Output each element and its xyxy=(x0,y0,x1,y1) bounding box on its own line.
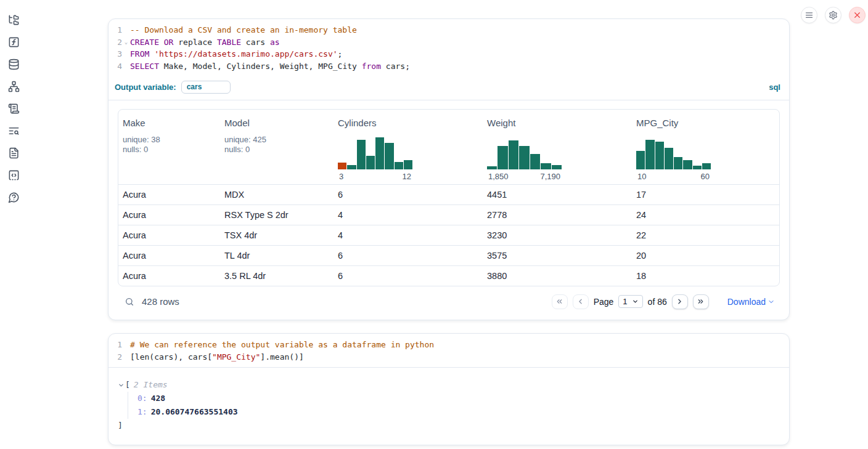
download-button[interactable]: Download xyxy=(727,297,775,307)
column-header-model[interactable]: Model unique: 425 nulls: 0 xyxy=(220,118,334,181)
line-number: 1 xyxy=(111,339,122,351)
table-footer: 428 rows Page 1 of 86 xyxy=(118,286,780,320)
python-code-editor[interactable]: 1# We can reference the output variable … xyxy=(108,334,789,368)
histogram-bar xyxy=(702,163,711,169)
file-tree-icon[interactable] xyxy=(8,14,20,26)
line-number: 2 xyxy=(111,351,122,363)
network-icon[interactable] xyxy=(8,81,20,92)
cell-model: TL 4dr xyxy=(220,251,334,261)
column-header-cylinders[interactable]: Cylinders 3 12 xyxy=(334,118,483,181)
code-line[interactable]: 3FROM 'https://datasets.marimo.app/cars.… xyxy=(111,48,782,60)
histogram-bar xyxy=(404,160,412,169)
close-bracket: ] xyxy=(118,419,780,432)
cell-model: RSX Type S 2dr xyxy=(220,210,334,220)
column-header-mpg-city[interactable]: MPG_City 10 60 xyxy=(632,118,779,181)
python-cell: 1# We can reference the output variable … xyxy=(108,333,790,445)
column-header-make[interactable]: Make unique: 38 nulls: 0 xyxy=(118,118,220,181)
code-text: [len(cars), cars["MPG_City"].mean()] xyxy=(130,351,782,363)
mpg-city-histogram-labels: 10 60 xyxy=(636,172,711,181)
snippets-icon[interactable] xyxy=(8,169,20,181)
histogram-bar xyxy=(693,166,702,169)
search-text-icon[interactable] xyxy=(8,125,20,137)
cell-mpg-city: 17 xyxy=(632,190,779,200)
settings-button[interactable] xyxy=(825,7,841,23)
histogram-bar xyxy=(552,165,562,169)
scroll-icon[interactable] xyxy=(8,103,20,115)
close-button[interactable] xyxy=(849,7,866,23)
download-label: Download xyxy=(727,297,766,307)
cell-mpg-city: 24 xyxy=(632,210,779,220)
language-badge[interactable]: sql xyxy=(769,83,780,92)
page-select[interactable]: 1 xyxy=(618,295,642,308)
entry-value: 428 xyxy=(151,394,165,403)
histogram-bar xyxy=(375,137,384,169)
sql-code-editor[interactable]: 1-- Download a CSV and create an in-memo… xyxy=(108,19,789,77)
previous-page-button[interactable] xyxy=(573,294,589,309)
fold-spacer xyxy=(122,24,130,36)
table-row[interactable]: Acura MDX 6 4451 17 xyxy=(118,184,779,204)
document-icon[interactable] xyxy=(8,147,20,159)
chevron-right-icon xyxy=(676,297,684,305)
function-icon[interactable] xyxy=(8,36,20,48)
weight-histogram-labels: 1,850 7,190 xyxy=(487,172,562,181)
weight-histogram xyxy=(487,135,562,169)
column-header-weight[interactable]: Weight 1,850 7,190 xyxy=(483,118,632,181)
cell-mpg-city: 22 xyxy=(632,230,779,240)
output-variable-input[interactable] xyxy=(181,81,231,94)
table-row[interactable]: Acura TSX 4dr 4 3230 22 xyxy=(118,225,779,245)
menu-button[interactable] xyxy=(801,7,817,23)
output-variable-row: Output variable: sql xyxy=(108,77,789,100)
fold-spacer xyxy=(122,339,130,351)
code-line[interactable]: 2⌄CREATE OR replace TABLE cars as xyxy=(111,36,782,49)
close-icon xyxy=(853,10,862,20)
cell-cylinders: 4 xyxy=(334,210,483,220)
histogram-bar xyxy=(497,146,507,169)
code-line[interactable]: 1-- Download a CSV and create an in-memo… xyxy=(111,24,782,36)
histogram-bar xyxy=(395,162,403,169)
histogram-bar xyxy=(347,165,356,169)
cell-model: MDX xyxy=(220,190,334,200)
tree-entries: 0:428 1:20.060747663551403 xyxy=(128,392,780,419)
page-total-label: of 86 xyxy=(648,297,667,307)
tree-entry: 1:20.060747663551403 xyxy=(137,405,780,419)
table-row[interactable]: Acura RSX Type S 2dr 4 2778 24 xyxy=(118,204,779,225)
chevrons-right-icon xyxy=(697,297,705,305)
table-row[interactable]: Acura 3.5 RL 4dr 6 3880 18 xyxy=(118,265,779,286)
next-page-button[interactable] xyxy=(672,294,688,309)
hist-max-label: 7,190 xyxy=(540,172,560,181)
fold-spacer xyxy=(122,60,130,73)
histogram-bar xyxy=(366,156,375,169)
search-icon xyxy=(125,297,134,307)
entry-value: 20.060747663551403 xyxy=(151,407,238,416)
first-page-button[interactable] xyxy=(552,294,568,309)
cell-mpg-city: 20 xyxy=(632,251,779,261)
tree-entry: 0:428 xyxy=(137,392,780,405)
search-button[interactable] xyxy=(123,295,136,309)
cell-weight: 4451 xyxy=(483,190,632,200)
line-number: 3 xyxy=(111,48,122,60)
last-page-button[interactable] xyxy=(693,294,709,309)
collapse-chevron-icon[interactable] xyxy=(118,382,125,389)
histogram-bar xyxy=(338,163,346,169)
table-row[interactable]: Acura TL 4dr 6 3575 20 xyxy=(118,245,779,265)
histogram-bar xyxy=(655,142,664,169)
open-bracket: [ xyxy=(125,378,130,392)
fold-chevron-icon[interactable]: ⌄ xyxy=(122,36,130,49)
chevron-left-icon xyxy=(576,297,584,305)
code-text: # We can reference the output variable a… xyxy=(130,339,782,351)
hist-max-label: 60 xyxy=(701,172,710,181)
mpg-city-histogram xyxy=(636,135,711,169)
code-text: -- Download a CSV and create an in-memor… xyxy=(130,24,782,36)
line-number: 1 xyxy=(111,24,122,36)
code-line[interactable]: 2[len(cars), cars["MPG_City"].mean()] xyxy=(111,351,782,363)
cell-weight: 3575 xyxy=(483,251,632,261)
cell-mpg-city: 18 xyxy=(632,271,779,281)
code-line[interactable]: 4SELECT Make, Model, Cylinders, Weight, … xyxy=(111,60,782,73)
histogram-bar xyxy=(645,140,654,169)
help-icon[interactable] xyxy=(8,192,20,203)
database-icon[interactable] xyxy=(8,59,20,70)
histogram-bar xyxy=(683,160,692,169)
hist-min-label: 3 xyxy=(339,172,343,181)
code-text: FROM 'https://datasets.marimo.app/cars.c… xyxy=(130,48,782,60)
code-line[interactable]: 1# We can reference the output variable … xyxy=(111,339,782,351)
